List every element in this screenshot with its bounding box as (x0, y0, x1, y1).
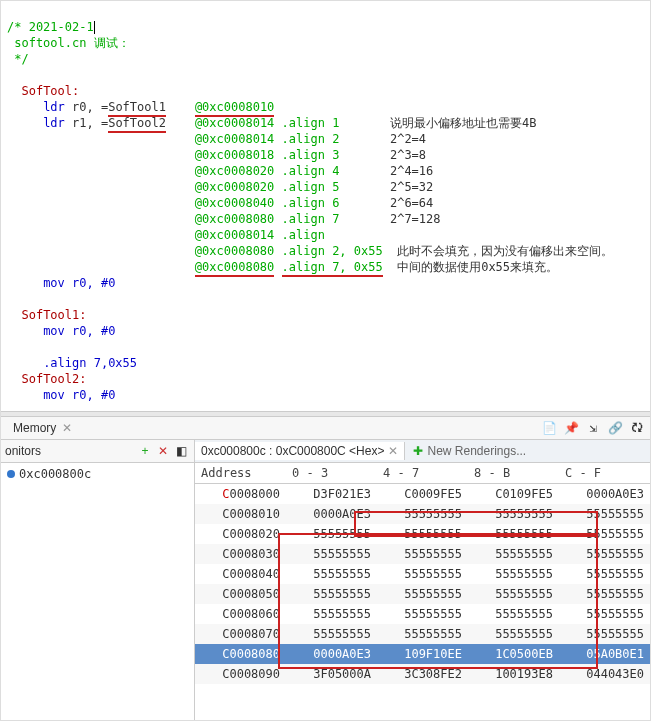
hex-cell[interactable]: 55555555 (559, 604, 650, 624)
hex-cell[interactable]: 55555555 (377, 544, 468, 564)
hex-cell[interactable]: 55555555 (468, 604, 559, 624)
hex-address: C0008070 (195, 624, 286, 644)
hex-cell[interactable]: 55555555 (559, 564, 650, 584)
hex-cell[interactable]: 55555555 (468, 544, 559, 564)
pin-icon[interactable]: 📌 (562, 419, 580, 437)
align-note: 中间的数据使用0x55来填充。 (397, 260, 558, 274)
new-tab-icon[interactable]: 📄 (540, 419, 558, 437)
align-note: 2^3=8 (390, 148, 426, 162)
hex-cell[interactable]: 100193E8 (468, 664, 559, 684)
hex-row[interactable]: C00080100000A0E3555555555555555555555555 (195, 504, 650, 524)
hex-column-header[interactable]: 4 - 7 (377, 463, 468, 484)
hex-cell[interactable]: 55555555 (286, 584, 377, 604)
link-icon[interactable]: 🔗 (606, 419, 624, 437)
hex-cell[interactable]: 55555555 (286, 624, 377, 644)
new-renderings-tab[interactable]: ✚ New Renderings... (405, 442, 534, 460)
hex-cell[interactable]: 55555555 (559, 624, 650, 644)
hex-column-header[interactable]: Address (195, 463, 286, 484)
align-dir: .align 5 (282, 180, 340, 194)
add-icon[interactable]: + (136, 442, 154, 460)
annotation-addr: @0xc0008018 (195, 148, 274, 162)
hex-row[interactable]: C000802055555555555555555555555555555555 (195, 524, 650, 544)
hex-row[interactable]: C000804055555555555555555555555555555555 (195, 564, 650, 584)
align-dir: .align 4 (282, 164, 340, 178)
hex-cell[interactable]: 55555555 (286, 524, 377, 544)
hex-cell[interactable]: 044043E0 (559, 664, 650, 684)
hex-address: C0008090 (195, 664, 286, 684)
hex-cell[interactable]: 05A0B0E1 (559, 644, 650, 664)
hex-row[interactable]: C0008000D3F021E3C0009FE5C0109FE50000A0E3 (195, 484, 650, 505)
remove-icon[interactable]: ✕ (154, 442, 172, 460)
hex-address: C0008010 (195, 504, 286, 524)
hex-cell[interactable]: 55555555 (377, 524, 468, 544)
hex-cell[interactable]: 55555555 (559, 544, 650, 564)
hex-cell[interactable]: 55555555 (286, 604, 377, 624)
align-dir: .align 7 (282, 212, 340, 226)
hex-address: C0008020 (195, 524, 286, 544)
hex-cell[interactable]: 55555555 (286, 544, 377, 564)
hex-row[interactable]: C000805055555555555555555555555555555555 (195, 584, 650, 604)
comment-line: */ (7, 52, 29, 66)
hex-cell[interactable]: C0109FE5 (468, 484, 559, 505)
hex-cell[interactable]: 55555555 (468, 504, 559, 524)
hex-cell[interactable]: 55555555 (468, 584, 559, 604)
monitors-header: onitors (5, 444, 41, 458)
hex-cell[interactable]: 55555555 (377, 604, 468, 624)
hex-column-header[interactable]: 0 - 3 (286, 463, 377, 484)
hex-cell[interactable]: 55555555 (377, 584, 468, 604)
memory-tab[interactable]: Memory ✕ (5, 419, 80, 437)
hex-cell[interactable]: 0000A0E3 (559, 484, 650, 505)
close-icon[interactable]: ✕ (62, 421, 72, 435)
operands: r1, = (72, 116, 108, 130)
hex-cell[interactable]: 55555555 (286, 564, 377, 584)
hex-cell[interactable]: 55555555 (377, 504, 468, 524)
hex-cell[interactable]: 0000A0E3 (286, 644, 377, 664)
hex-row[interactable]: C000807055555555555555555555555555555555 (195, 624, 650, 644)
hex-table[interactable]: Address0 - 34 - 78 - BC - FC0008000D3F02… (195, 463, 650, 721)
hex-cell[interactable]: 55555555 (559, 524, 650, 544)
mov-instr: mov r0, #0 (43, 388, 115, 402)
hex-cell[interactable]: 0000A0E3 (286, 504, 377, 524)
hex-cell[interactable]: 109F10EE (377, 644, 468, 664)
hex-column-header[interactable]: C - F (559, 463, 650, 484)
hex-cell[interactable]: D3F021E3 (286, 484, 377, 505)
hex-column-header[interactable]: 8 - B (468, 463, 559, 484)
hex-cell[interactable]: C0009FE5 (377, 484, 468, 505)
hex-cell[interactable]: 55555555 (468, 624, 559, 644)
hex-cell[interactable]: 55555555 (377, 564, 468, 584)
plus-icon: ✚ (413, 444, 423, 458)
hex-address: C0008030 (195, 544, 286, 564)
hex-cell[interactable]: 55555555 (559, 504, 650, 524)
align-dir: .align 2 (282, 132, 340, 146)
import-icon[interactable]: ⇲ (584, 419, 602, 437)
hex-row[interactable]: C000803055555555555555555555555555555555 (195, 544, 650, 564)
symbol-softool2: SofTool2 (108, 116, 166, 133)
hex-cell[interactable]: 55555555 (377, 624, 468, 644)
align-dir: .align 2, 0x55 (282, 244, 383, 258)
hex-rendering-tab[interactable]: 0xc000800c : 0xC000800C <Hex>✕ (195, 442, 405, 460)
annotation-addr: @0xc0008014 (195, 116, 274, 130)
hex-cell[interactable]: 1C0500EB (468, 644, 559, 664)
refresh-icon[interactable]: 🗘 (628, 419, 646, 437)
toggle-icon[interactable]: ◧ (172, 442, 190, 460)
hex-address: C0008080 (195, 644, 286, 664)
align-note: 2^5=32 (390, 180, 433, 194)
monitor-address: 0xc000800c (19, 467, 91, 481)
hex-address: C0008000 (195, 484, 286, 505)
hex-cell[interactable]: 55555555 (468, 564, 559, 584)
align-dir: .align 1 (282, 116, 340, 130)
close-icon[interactable]: ✕ (388, 444, 398, 458)
align-note: 2^2=4 (390, 132, 426, 146)
hex-cell[interactable]: 3C308FE2 (377, 664, 468, 684)
hex-row[interactable]: C00080800000A0E3109F10EE1C0500EB05A0B0E1 (195, 644, 650, 664)
hex-row[interactable]: C000806055555555555555555555555555555555 (195, 604, 650, 624)
code-editor[interactable]: /* 2021-02-1 softool.cn 调试： */ SofTool: … (1, 1, 650, 411)
hex-cell[interactable]: 3F05000A (286, 664, 377, 684)
operands: r0, = (72, 100, 108, 114)
hex-row[interactable]: C00080903F05000A3C308FE2100193E8044043E0 (195, 664, 650, 684)
hex-address: C0008040 (195, 564, 286, 584)
label-softool1: SofTool1: (21, 308, 86, 322)
hex-cell[interactable]: 55555555 (468, 524, 559, 544)
monitor-item[interactable]: 0xc000800c (7, 467, 188, 481)
hex-cell[interactable]: 55555555 (559, 584, 650, 604)
